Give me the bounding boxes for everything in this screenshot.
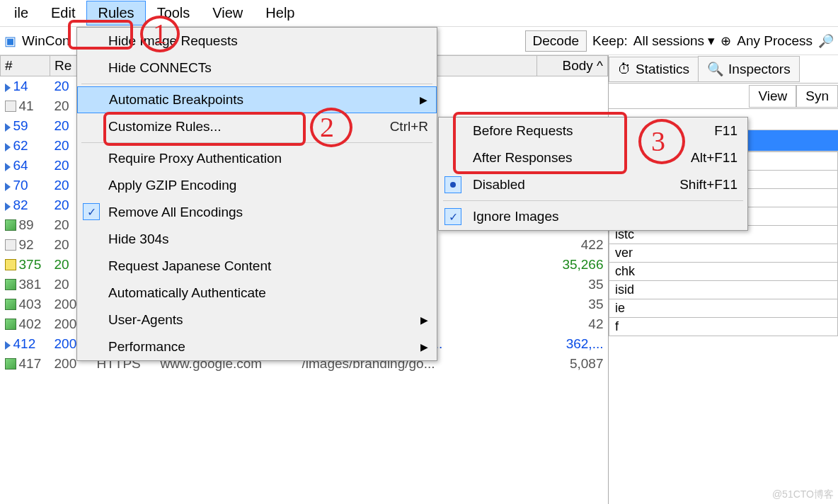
subtab-view[interactable]: View <box>749 85 796 108</box>
kv-row[interactable]: ver <box>609 244 838 263</box>
mi-apply-gzip[interactable]: Apply GZIP Encoding <box>77 172 437 199</box>
menu-help[interactable]: Help <box>254 1 306 25</box>
session-icon <box>5 239 16 251</box>
keep-value[interactable]: All sessions ▾ <box>633 33 716 49</box>
kv-row[interactable]: f <box>609 318 838 336</box>
session-icon <box>5 143 11 151</box>
radio-checked-icon <box>444 176 461 193</box>
accelerator: Shift+F11 <box>679 177 737 193</box>
mi-automatic-breakpoints[interactable]: Automatic Breakpoints ▶ <box>77 86 437 113</box>
separator <box>81 142 432 143</box>
accelerator: Ctrl+R <box>390 119 428 134</box>
session-icon <box>5 84 11 92</box>
mi-hide-304s[interactable]: Hide 304s <box>77 226 437 253</box>
menu-edit[interactable]: Edit <box>40 1 86 25</box>
session-icon <box>5 219 16 231</box>
mi-japanese-content[interactable]: Request Japanese Content <box>77 253 437 280</box>
kv-row[interactable]: chk <box>609 263 838 281</box>
windows-icon: ▣ <box>4 33 16 49</box>
mi-require-proxy-auth[interactable]: Require Proxy Authentication <box>77 145 437 172</box>
tab-statistics[interactable]: ⏱ Statistics <box>609 57 699 82</box>
menu-tools[interactable]: Tools <box>146 1 202 25</box>
session-icon <box>5 183 11 191</box>
session-icon <box>5 319 16 330</box>
right-subtabs: View Syn <box>609 84 838 109</box>
mi-performance[interactable]: Performance▶ <box>77 333 437 360</box>
mi-ignore-images[interactable]: ✓ Ignore Images <box>439 203 747 230</box>
keep-label: Keep: <box>592 33 628 49</box>
mi-auto-authenticate[interactable]: Automatically Authenticate <box>77 280 437 307</box>
mi-hide-image-requests[interactable]: Hide Image Requests <box>77 28 437 55</box>
mi-remove-encodings[interactable]: ✓ Remove All Encodings <box>77 199 437 226</box>
submenu-arrow-icon: ▶ <box>420 314 428 326</box>
breakpoints-submenu: Before RequestsF11 After ResponsesAlt+F1… <box>438 117 748 231</box>
mi-customize-rules[interactable]: Customize Rules... Ctrl+R <box>77 113 437 140</box>
subtab-syn[interactable]: Syn <box>796 85 838 108</box>
session-icon <box>5 299 16 310</box>
session-icon <box>5 341 11 350</box>
accelerator: Alt+F11 <box>691 150 737 166</box>
right-tabs: ⏱ Statistics 🔍 Inspectors <box>609 55 838 84</box>
session-icon <box>5 101 16 112</box>
check-icon: ✓ <box>444 208 461 225</box>
target-icon[interactable]: ⊕ <box>721 33 731 49</box>
submenu-arrow-icon: ▶ <box>420 341 428 353</box>
submenu-arrow-icon: ▶ <box>420 94 427 105</box>
accelerator: F11 <box>714 123 737 139</box>
any-process[interactable]: Any Process <box>737 33 813 49</box>
decode-button[interactable]: Decode <box>525 30 587 52</box>
menubar: ile Edit Rules Tools View Help <box>0 0 838 27</box>
magnifier-icon: 🔍 <box>707 61 724 77</box>
session-icon <box>5 202 11 211</box>
tab-inspectors[interactable]: 🔍 Inspectors <box>698 56 800 82</box>
stopwatch-icon: ⏱ <box>618 62 631 77</box>
session-icon <box>5 123 11 132</box>
kv-row[interactable]: ie <box>609 299 838 318</box>
mi-disabled[interactable]: DisabledShift+F11 <box>439 171 747 198</box>
session-icon <box>5 163 11 171</box>
separator <box>443 200 743 201</box>
col-num[interactable]: # <box>1 56 50 76</box>
wincon-label: WinCon <box>22 33 70 49</box>
mi-hide-connects[interactable]: Hide CONNECTs <box>77 55 437 81</box>
check-icon: ✓ <box>83 203 100 220</box>
watermark: @51CTO博客 <box>772 488 834 501</box>
session-icon <box>5 279 16 290</box>
col-body[interactable]: Body ^ <box>537 56 608 76</box>
menu-view[interactable]: View <box>201 1 254 25</box>
menu-rules[interactable]: Rules <box>86 1 145 25</box>
separator <box>81 84 432 84</box>
mi-user-agents[interactable]: User-Agents▶ <box>77 307 437 333</box>
session-icon <box>5 259 16 270</box>
rules-dropdown: Hide Image Requests Hide CONNECTs Automa… <box>76 27 437 361</box>
find-icon[interactable]: 🔎 <box>818 33 834 49</box>
menu-file[interactable]: ile <box>3 1 40 25</box>
kv-row[interactable]: isid <box>609 281 838 299</box>
mi-before-requests[interactable]: Before RequestsF11 <box>439 118 747 144</box>
session-icon <box>5 358 16 370</box>
mi-after-responses[interactable]: After ResponsesAlt+F11 <box>439 144 747 171</box>
